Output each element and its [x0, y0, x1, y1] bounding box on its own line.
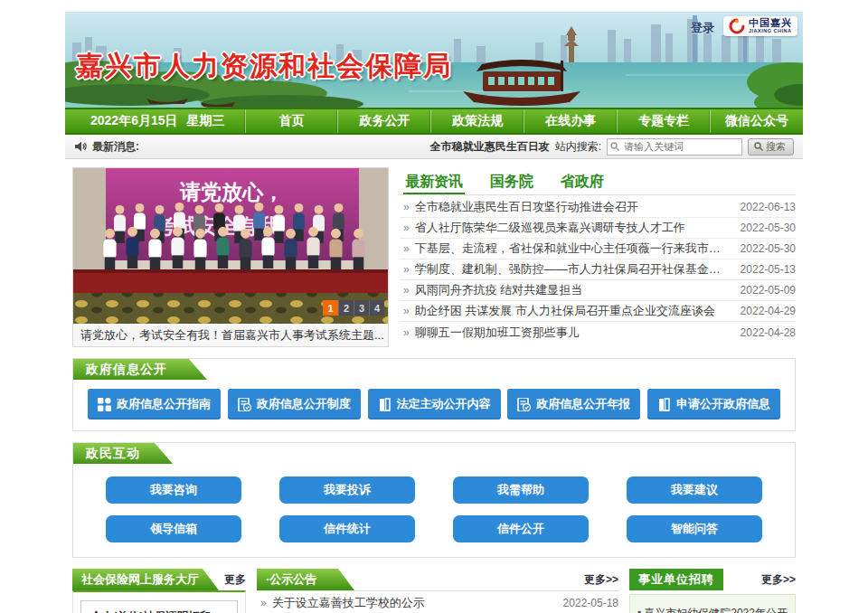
search-button-icon [754, 142, 763, 151]
double-arrow-icon: » [403, 222, 410, 234]
need-help-button[interactable]: 我需帮助 [453, 476, 589, 504]
tab-provincial-gov[interactable]: 省政府 [559, 169, 606, 194]
smart-qa-button[interactable]: 智能问答 [627, 515, 762, 542]
double-arrow-icon: » [403, 305, 410, 317]
nav-item-gov-affairs[interactable]: 政务公开 [337, 109, 430, 133]
info-disclosure-panel: 政府信息公开 政府信息公开指南 政府信息公开制度 法定主动公开内容 [72, 358, 796, 431]
jiaxing-logo[interactable]: 中国嘉兴 JIAXING CHINA [723, 16, 797, 36]
interaction-panel: 政民互动 我要咨询 我要投诉 我需帮助 我要建议 领导信箱 信件统计 信件公开 … [72, 442, 796, 558]
site-search-label: 站内搜索: [555, 139, 601, 155]
site-title: 嘉兴市人力资源和社会保障局 [76, 48, 452, 85]
search-button[interactable]: 搜索 [748, 138, 794, 156]
open-book-icon [378, 398, 392, 411]
nav-item-online-services[interactable]: 在线办事 [524, 109, 617, 133]
bullet-icon: • [637, 607, 641, 613]
social-insurance-more-link[interactable]: 更多 [224, 572, 246, 588]
tab-latest-news[interactable]: 最新资讯 [403, 169, 465, 194]
carousel-page-4[interactable]: 4 [369, 300, 384, 316]
doc-check-icon [238, 398, 251, 411]
news-ticker-bar: 最新消息: 全市稳就业惠民生百日攻 站内搜索: 搜索 [65, 135, 803, 159]
news-item[interactable]: »省人社厅陈荣华二级巡视员来嘉兴调研专技人才工作2022-05-30 [400, 218, 796, 239]
open-book-icon [657, 398, 671, 411]
double-arrow-icon: » [403, 201, 410, 213]
suggestion-button[interactable]: 我要建议 [627, 476, 762, 504]
statutory-disclosure-button[interactable]: 法定主动公开内容 [368, 389, 501, 420]
grid-icon [98, 398, 111, 411]
recruitment-list: •嘉兴市妇幼保健院2022年公开... •2022年嘉兴市属事业单位公开... … [629, 594, 796, 613]
nav-item-home[interactable]: 首页 [245, 109, 338, 133]
news-item[interactable]: »下基层、走流程，省社保和就业中心主任项薇一行来我市调研“国统”上线情况2022… [400, 239, 796, 259]
nav-item-policies[interactable]: 政策法规 [430, 109, 524, 133]
speaker-icon [74, 140, 87, 153]
news-item[interactable]: »风雨同舟齐抗疫 结对共建显担当2022-05-09 [400, 280, 796, 301]
annual-report-button[interactable]: 政府信息公开年报 [507, 389, 640, 420]
carousel-pager: 1 2 3 4 [323, 300, 384, 316]
recruitment-column: 事业单位招聘 更多>> •嘉兴市妇幼保健院2022年公开... •2022年嘉兴… [629, 569, 796, 613]
double-arrow-icon: » [403, 242, 410, 255]
logo-text-en: JIAXING CHINA [749, 29, 792, 34]
announcements-header: ·公示公告 [257, 569, 354, 590]
announcement-list: »关于设立嘉善技工学校的公示2022-05-18 »关于公布嘉兴市人力资源和社会… [257, 591, 618, 613]
search-input[interactable] [607, 138, 742, 156]
announcements-more-link[interactable]: 更多>> [584, 572, 618, 588]
news-tabs: 最新资讯 国务院 省政府 [400, 167, 796, 195]
news-item[interactable]: »学制度、建机制、强防控——市人力社保局召开社保基金要情专题学习会2022-05… [400, 259, 796, 280]
news-item[interactable]: »助企纾困 共谋发展 市人力社保局召开重点企业交流座谈会2022-04-29 [400, 301, 796, 322]
banner: 嘉兴市人力资源和社会保障局 登录 中国嘉兴 JIAXING CHINA [65, 12, 803, 108]
tab-state-council[interactable]: 国务院 [488, 169, 535, 194]
news-item[interactable]: »全市稳就业惠民生百日攻坚行动推进会召开2022-06-13 [400, 197, 796, 218]
leader-mailbox-button[interactable]: 领导信箱 [106, 515, 241, 542]
disclosure-guide-button[interactable]: 政府信息公开指南 [88, 389, 221, 420]
news-column: 最新资讯 国务院 省政府 »全市稳就业惠民生百日攻坚行动推进会召开2022-06… [400, 167, 796, 347]
info-disclosure-header: 政府信息公开 [73, 359, 207, 380]
double-arrow-icon: » [403, 326, 410, 339]
main-nav: 2022年6月15日星期三 首页 政务公开 政策法规 在线办事 专题专栏 微信公… [65, 108, 803, 135]
social-insurance-header: 社会保险网上服务大厅 [72, 569, 219, 590]
carousel-caption[interactable]: 请党放心，考试安全有我！首届嘉兴市人事考试系统主题... [73, 324, 388, 346]
photo-carousel[interactable]: 请党放心， 考试安全有我 [72, 167, 389, 347]
mail-disclosure-button[interactable]: 信件公开 [453, 515, 589, 542]
insurance-proof-print-item[interactable]: 个人(单位)社保证明打印 [80, 600, 238, 613]
hot-word-link[interactable]: 全市稳就业惠民生百日攻 [430, 139, 550, 155]
mail-statistics-button[interactable]: 信件统计 [279, 515, 415, 542]
nav-item-wechat[interactable]: 微信公众号 [710, 109, 803, 133]
slide-headline-line1: 请党放心， [179, 180, 284, 203]
jiaxing-logo-icon [729, 18, 745, 34]
double-arrow-icon: » [403, 263, 410, 276]
ticker-label: 最新消息: [92, 139, 139, 155]
social-insurance-column: 社会保险网上服务大厅 更多 个人(单位)社保证明打印 办事指南 [72, 569, 246, 613]
request-disclosure-button[interactable]: 申请公开政府信息 [647, 389, 780, 420]
complaint-button[interactable]: 我要投诉 [279, 476, 415, 504]
disclosure-system-button[interactable]: 政府信息公开制度 [228, 389, 361, 420]
nav-item-special-columns[interactable]: 专题专栏 [617, 109, 710, 133]
announcements-column: ·公示公告 更多>> »关于设立嘉善技工学校的公示2022-05-18 »关于公… [257, 569, 618, 613]
search-icon [610, 142, 619, 151]
login-link[interactable]: 登录 [691, 20, 714, 36]
nav-date: 2022年6月15日星期三 [65, 109, 245, 133]
recruitment-header: 事业单位招聘 [629, 569, 723, 590]
consult-button[interactable]: 我要咨询 [106, 476, 241, 504]
carousel-page-2[interactable]: 2 [338, 300, 354, 316]
carousel-page-3[interactable]: 3 [354, 300, 369, 316]
double-arrow-icon: » [403, 284, 410, 297]
news-item[interactable]: »聊聊五一假期加班工资那些事儿2022-04-28 [400, 322, 796, 343]
announcement-item[interactable]: »关于设立嘉善技工学校的公示2022-05-18 [257, 591, 618, 613]
interaction-header: 政民互动 [73, 443, 173, 464]
carousel-page-1[interactable]: 1 [323, 300, 338, 316]
recruitment-more-link[interactable]: 更多>> [761, 572, 796, 588]
double-arrow-icon: » [260, 597, 267, 609]
doc-check-icon [517, 398, 531, 411]
news-list: »全市稳就业惠民生百日攻坚行动推进会召开2022-06-13 »省人社厅陈荣华二… [400, 195, 796, 343]
recruitment-item[interactable]: •嘉兴市妇幼保健院2022年公开... [636, 600, 789, 613]
page: 嘉兴市人力资源和社会保障局 登录 中国嘉兴 JIAXING CHINA [0, 12, 868, 613]
